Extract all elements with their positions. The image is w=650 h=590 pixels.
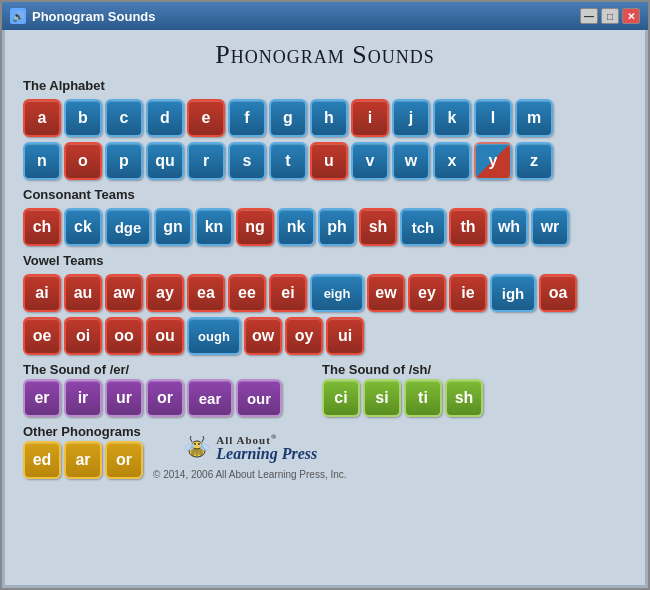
tile-m[interactable]: m [515, 99, 553, 137]
tile-ti[interactable]: ti [404, 379, 442, 417]
tile-or[interactable]: or [105, 441, 143, 479]
page-title: Phonogram Sounds [23, 40, 627, 70]
tile-ar[interactable]: ar [64, 441, 102, 479]
tile-ew[interactable]: ew [367, 274, 405, 312]
vowel-teams-row2: oeoiooououghowoyui [23, 317, 627, 355]
er-label: The Sound of /er/ [23, 362, 282, 377]
tile-eigh[interactable]: eigh [310, 274, 364, 312]
tile-oy[interactable]: oy [285, 317, 323, 355]
tile-z[interactable]: z [515, 142, 553, 180]
copyright: © 2014, 2006 All About Learning Press, I… [153, 469, 347, 480]
main-content: Phonogram Sounds The Alphabet abcdefghij… [2, 30, 648, 588]
tile-er[interactable]: er [23, 379, 61, 417]
tile-i[interactable]: i [351, 99, 389, 137]
tile-gn[interactable]: gn [154, 208, 192, 246]
tile-ow[interactable]: ow [244, 317, 282, 355]
consonant-teams-label: Consonant Teams [23, 187, 627, 202]
tile-oo[interactable]: oo [105, 317, 143, 355]
tile-ee[interactable]: ee [228, 274, 266, 312]
tile-our[interactable]: our [236, 379, 282, 417]
tile-j[interactable]: j [392, 99, 430, 137]
tile-f[interactable]: f [228, 99, 266, 137]
vowel-teams-label: Vowel Teams [23, 253, 627, 268]
tile-ie[interactable]: ie [449, 274, 487, 312]
tile-g[interactable]: g [269, 99, 307, 137]
alphabet-row2: nopqurstuvwxyz [23, 142, 627, 180]
tile-ck[interactable]: ck [64, 208, 102, 246]
vowel-teams-row1: aiauawayeaeeeieigheweyieighoa [23, 274, 627, 312]
er-section: The Sound of /er/ erirurorearour [23, 360, 282, 418]
tile-ea[interactable]: ea [187, 274, 225, 312]
alphabet-row1: abcdefghijklm [23, 99, 627, 137]
tile-qu[interactable]: qu [146, 142, 184, 180]
tile-ou[interactable]: ou [146, 317, 184, 355]
tile-oa[interactable]: oa [539, 274, 577, 312]
sh-label: The Sound of /sh/ [322, 362, 483, 377]
tile-ear[interactable]: ear [187, 379, 233, 417]
title-bar: 🔊 Phonogram Sounds — □ ✕ [2, 2, 648, 30]
minimize-button[interactable]: — [580, 8, 598, 24]
tile-wh[interactable]: wh [490, 208, 528, 246]
tile-sh[interactable]: sh [359, 208, 397, 246]
tile-sh[interactable]: sh [445, 379, 483, 417]
tile-n[interactable]: n [23, 142, 61, 180]
tile-th[interactable]: th [449, 208, 487, 246]
tile-u[interactable]: u [310, 142, 348, 180]
alphabet-label: The Alphabet [23, 78, 627, 93]
sh-row: cisitish [322, 379, 483, 417]
tile-ph[interactable]: ph [318, 208, 356, 246]
tile-aw[interactable]: aw [105, 274, 143, 312]
logo-area: All About® Learning Press © 2014, 2006 A… [153, 428, 347, 480]
tile-v[interactable]: v [351, 142, 389, 180]
tile-r[interactable]: r [187, 142, 225, 180]
window: 🔊 Phonogram Sounds — □ ✕ Phonogram Sound… [0, 0, 650, 590]
title-bar-controls: — □ ✕ [580, 8, 640, 24]
tile-d[interactable]: d [146, 99, 184, 137]
tile-h[interactable]: h [310, 99, 348, 137]
tile-l[interactable]: l [474, 99, 512, 137]
tile-ch[interactable]: ch [23, 208, 61, 246]
tile-ay[interactable]: ay [146, 274, 184, 312]
tile-oi[interactable]: oi [64, 317, 102, 355]
tile-b[interactable]: b [64, 99, 102, 137]
tile-t[interactable]: t [269, 142, 307, 180]
tile-c[interactable]: c [105, 99, 143, 137]
tile-or[interactable]: or [146, 379, 184, 417]
tile-w[interactable]: w [392, 142, 430, 180]
tile-x[interactable]: x [433, 142, 471, 180]
tile-ui[interactable]: ui [326, 317, 364, 355]
tile-ur[interactable]: ur [105, 379, 143, 417]
tile-au[interactable]: au [64, 274, 102, 312]
tile-ir[interactable]: ir [64, 379, 102, 417]
tile-o[interactable]: o [64, 142, 102, 180]
tile-dge[interactable]: dge [105, 208, 151, 246]
tile-tch[interactable]: tch [400, 208, 446, 246]
tile-igh[interactable]: igh [490, 274, 536, 312]
tile-ey[interactable]: ey [408, 274, 446, 312]
tile-s[interactable]: s [228, 142, 266, 180]
tile-e[interactable]: e [187, 99, 225, 137]
tile-ci[interactable]: ci [322, 379, 360, 417]
tile-y[interactable]: y [474, 142, 512, 180]
tile-oe[interactable]: oe [23, 317, 61, 355]
tile-ai[interactable]: ai [23, 274, 61, 312]
tile-ng[interactable]: ng [236, 208, 274, 246]
tile-ough[interactable]: ough [187, 317, 241, 355]
sh-section: The Sound of /sh/ cisitish [322, 360, 483, 418]
tile-kn[interactable]: kn [195, 208, 233, 246]
bottom-sections: The Sound of /er/ erirurorearour The Sou… [23, 360, 627, 418]
other-row: edaror [23, 441, 143, 479]
maximize-button[interactable]: □ [601, 8, 619, 24]
window-title: Phonogram Sounds [32, 9, 156, 24]
tile-nk[interactable]: nk [277, 208, 315, 246]
tile-a[interactable]: a [23, 99, 61, 137]
tile-p[interactable]: p [105, 142, 143, 180]
tile-ed[interactable]: ed [23, 441, 61, 479]
tile-k[interactable]: k [433, 99, 471, 137]
tile-ei[interactable]: ei [269, 274, 307, 312]
tile-wr[interactable]: wr [531, 208, 569, 246]
tile-si[interactable]: si [363, 379, 401, 417]
bottom-area: Other Phonograms edaror [23, 422, 627, 480]
close-button[interactable]: ✕ [622, 8, 640, 24]
title-bar-icon: 🔊 [10, 8, 26, 24]
